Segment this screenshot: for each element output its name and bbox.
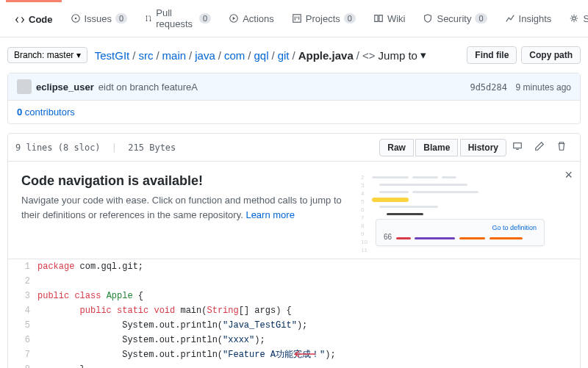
branch-selector[interactable]: Branch: master ▾	[7, 47, 87, 63]
security-count: 0	[475, 13, 487, 24]
code-nav-promo: Code navigation is available! Navigate y…	[7, 162, 581, 259]
commit-sha[interactable]: 9d5d284	[470, 82, 507, 93]
code-line-3[interactable]: public class Apple {	[37, 289, 580, 303]
history-button[interactable]: History	[460, 139, 506, 156]
tab-insights[interactable]: Insights	[496, 0, 561, 37]
tab-actions-label: Actions	[243, 13, 274, 24]
play-icon	[229, 13, 239, 24]
crumb-com[interactable]: com	[224, 49, 245, 62]
svg-point-4	[150, 20, 151, 21]
commit-author[interactable]: eclipse_user	[36, 82, 94, 93]
pulls-count: 0	[199, 13, 211, 24]
jump-to[interactable]: Jump to	[379, 49, 417, 62]
code-icon	[15, 15, 25, 25]
delete-icon[interactable]	[551, 138, 573, 156]
desktop-icon[interactable]	[506, 138, 528, 156]
svg-point-2	[146, 15, 148, 17]
avatar	[17, 79, 32, 94]
learn-more-link[interactable]: Learn more	[245, 209, 294, 220]
arrow-annotation	[287, 349, 317, 359]
crumb-git[interactable]: git	[278, 49, 290, 62]
tab-security[interactable]: Security 0	[414, 0, 495, 37]
graph-icon	[505, 13, 515, 24]
file-bytes: 215 Bytes	[128, 142, 176, 153]
tab-code[interactable]: Code	[6, 0, 62, 37]
tab-issues-label: Issues	[85, 13, 112, 24]
svg-point-7	[573, 17, 576, 20]
crumb-main[interactable]: main	[162, 49, 187, 62]
project-icon	[292, 13, 302, 24]
crumb-repo[interactable]: TestGIt	[95, 49, 130, 62]
code-line-7[interactable]: System.out.println("Feature A功能完成！");	[37, 347, 580, 362]
file-bar: Branch: master ▾ TestGIt/ src/ main/ jav…	[0, 37, 588, 73]
crumb-gql[interactable]: gql	[254, 49, 268, 62]
tab-insights-label: Insights	[519, 13, 552, 24]
edit-icon[interactable]	[528, 138, 551, 156]
commit-box: eclipse_user eidt on branch featureA 9d5…	[7, 73, 581, 124]
gear-icon	[569, 13, 579, 24]
file-header: 9 lines (8 sloc) | 215 Bytes Raw Blame H…	[7, 133, 581, 162]
find-file-button[interactable]: Find file	[467, 46, 517, 64]
tab-wiki[interactable]: Wiki	[365, 0, 415, 37]
book-icon	[373, 13, 384, 24]
promo-illustration: 234567891011 Go to definition 66	[361, 173, 567, 247]
tab-projects[interactable]: Projects 0	[283, 0, 365, 37]
svg-rect-8	[514, 143, 522, 148]
crumb-file: Apple.java	[298, 49, 354, 62]
tab-settings[interactable]: Settings	[560, 0, 588, 37]
close-icon[interactable]: ×	[564, 167, 573, 183]
crumb-src[interactable]: src	[138, 49, 153, 62]
tab-issues[interactable]: Issues 0	[62, 0, 137, 37]
breadcrumb: Branch: master ▾ TestGIt/ src/ main/ jav…	[7, 47, 426, 63]
code-line-8[interactable]: }	[37, 362, 580, 368]
tab-actions[interactable]: Actions	[220, 0, 283, 37]
svg-point-3	[146, 20, 148, 21]
promo-body: Navigate your code with ease. Click on f…	[21, 193, 346, 222]
issues-count: 0	[115, 13, 127, 24]
projects-count: 0	[344, 13, 356, 24]
file-lines: 9 lines (8 sloc)	[15, 142, 101, 153]
crumb-java[interactable]: java	[195, 49, 215, 62]
code-viewer: 1package com.gql.git; 2 3public class Ap…	[7, 259, 581, 368]
code-line-5[interactable]: System.out.println("Java_TestGit");	[37, 318, 580, 333]
contributors-link[interactable]: 0 contributors	[8, 101, 580, 123]
tab-pulls-label: Pull requests	[156, 7, 196, 29]
shield-icon	[423, 13, 433, 24]
code-line-2[interactable]	[37, 274, 580, 289]
tab-projects-label: Projects	[306, 13, 340, 24]
tab-wiki-label: Wiki	[387, 13, 406, 24]
svg-point-1	[74, 18, 76, 20]
issue-icon	[71, 13, 81, 24]
blame-button[interactable]: Blame	[415, 139, 458, 156]
repo-tabs: Code Issues 0 Pull requests 0 Actions Pr…	[0, 0, 588, 37]
copy-path-button[interactable]: Copy path	[521, 46, 581, 64]
code-line-4[interactable]: public static void main(String[] args) {	[37, 303, 580, 318]
code-line-1[interactable]: package com.gql.git;	[37, 259, 580, 274]
promo-title: Code navigation is available!	[21, 173, 346, 189]
tab-pulls[interactable]: Pull requests 0	[136, 0, 220, 37]
tab-code-label: Code	[29, 14, 53, 25]
pull-icon	[145, 13, 152, 24]
tab-settings-label: Settings	[583, 13, 588, 24]
code-line-6[interactable]: System.out.println("xxxx");	[37, 333, 580, 347]
goto-def-label: Go to definition	[492, 224, 537, 231]
raw-button[interactable]: Raw	[379, 139, 414, 156]
commit-time: 9 minutes ago	[516, 82, 571, 93]
commit-message[interactable]: eidt on branch featureA	[98, 82, 198, 93]
tab-security-label: Security	[437, 13, 471, 24]
